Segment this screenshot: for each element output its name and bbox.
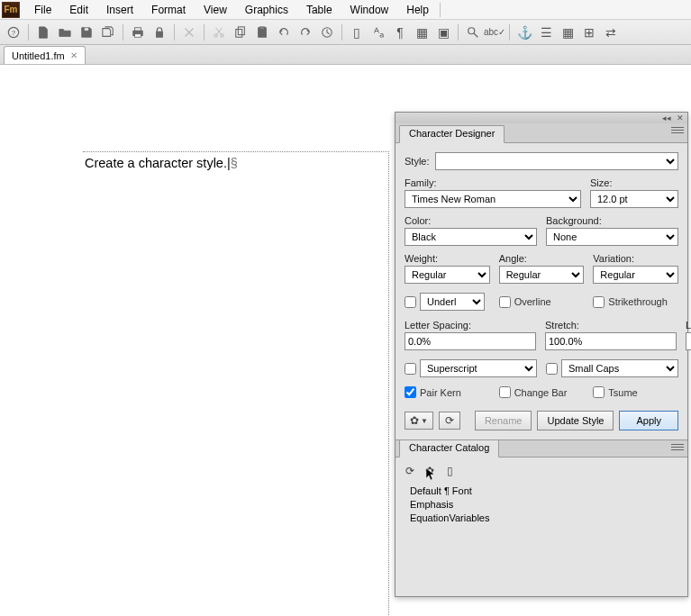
save-all-icon[interactable] — [98, 23, 118, 42]
catalog-refresh-icon[interactable]: ⟳ — [401, 463, 419, 479]
variation-select[interactable]: Regular — [593, 266, 678, 284]
redo-icon[interactable] — [295, 23, 315, 42]
menu-insert[interactable]: Insert — [97, 2, 142, 18]
close-panel-icon[interactable]: ✕ — [677, 113, 684, 122]
color-select[interactable]: Black — [405, 228, 537, 246]
rename-button[interactable]: Rename — [475, 411, 532, 430]
family-label: Family: — [405, 177, 581, 188]
lock-icon[interactable] — [150, 23, 169, 42]
menu-table[interactable]: Table — [297, 2, 341, 18]
refresh-button[interactable]: ⟳ — [439, 412, 460, 430]
pairkern-field[interactable]: Pair Kern — [405, 386, 490, 398]
character-format-icon[interactable]: ᴬₐ — [368, 23, 388, 42]
table-format-icon[interactable]: ▦ — [412, 23, 432, 42]
find-icon[interactable] — [463, 23, 483, 42]
document-text[interactable]: Create a character style.|§ — [85, 156, 238, 171]
help-icon[interactable]: ? — [4, 23, 23, 42]
svg-text:?: ? — [12, 28, 16, 36]
svg-point-13 — [468, 27, 475, 33]
new-file-icon[interactable] — [33, 23, 53, 42]
strikethrough-checkbox[interactable] — [593, 296, 605, 308]
borders-icon[interactable]: ▦ — [558, 23, 577, 42]
svg-rect-9 — [238, 26, 244, 34]
collapse-panel-icon[interactable]: ◂◂ — [662, 113, 671, 122]
family-select[interactable]: Times New Roman — [405, 190, 581, 208]
document-tab[interactable]: Untitled1.fm ✕ — [4, 46, 86, 64]
stretch-input[interactable] — [545, 332, 677, 350]
mouse-cursor-icon — [426, 468, 435, 481]
svg-rect-8 — [236, 29, 242, 37]
print-icon[interactable] — [128, 23, 148, 42]
anchor-frame-icon[interactable]: ▯ — [347, 23, 367, 42]
tsume-checkbox[interactable] — [593, 386, 605, 398]
svg-rect-5 — [157, 32, 163, 37]
delete-icon[interactable] — [179, 23, 199, 42]
style-select[interactable] — [435, 152, 678, 170]
overline-field[interactable]: Overline — [499, 296, 585, 308]
changebar-field[interactable]: Change Bar — [499, 386, 585, 398]
history-icon[interactable] — [317, 23, 337, 42]
changebar-checkbox[interactable] — [499, 386, 511, 398]
app-icon: Fm — [2, 2, 20, 18]
object-format-icon[interactable]: ▣ — [433, 23, 453, 42]
letterspacing-input[interactable] — [405, 332, 536, 350]
paste-icon[interactable] — [252, 23, 272, 42]
menu-format[interactable]: Format — [142, 2, 195, 18]
catalog-delete-icon[interactable]: ▯ — [441, 463, 459, 479]
smallcaps-checkbox[interactable] — [546, 363, 558, 375]
weight-select[interactable]: Regular — [405, 266, 490, 284]
menu-bar: Fm File Edit Insert Format View Graphics… — [0, 0, 691, 20]
marker-icon[interactable]: ⚓ — [514, 23, 534, 42]
copy-icon[interactable] — [231, 23, 250, 42]
overline-checkbox[interactable] — [499, 296, 511, 308]
size-select[interactable]: 12.0 pt — [590, 190, 678, 208]
pairkern-checkbox[interactable] — [405, 386, 416, 398]
paragraph-format-icon[interactable]: ¶ — [390, 23, 410, 42]
letterspacing-label: Letter Spacing: — [405, 320, 536, 331]
catalog-item[interactable]: Default ¶ Font — [410, 485, 682, 498]
angle-select[interactable]: Regular — [499, 266, 585, 284]
spellcheck-icon[interactable]: abc✓ — [485, 23, 505, 42]
background-label: Background: — [546, 215, 678, 226]
commands-menu-button[interactable]: ✿▼ — [405, 412, 433, 430]
toolbar: ? ▯ ᴬₐ ¶ ▦ ▣ abc✓ ⚓ ☰ ▦ ⊞ ⇄ — [0, 20, 691, 45]
tab-character-designer[interactable]: Character Designer — [399, 125, 505, 143]
menu-edit[interactable]: Edit — [60, 2, 97, 18]
catalog-item[interactable]: Emphasis — [410, 498, 682, 512]
strikethrough-label: Strikethrough — [608, 296, 667, 307]
cut-icon[interactable] — [209, 23, 229, 42]
tsume-field[interactable]: Tsume — [593, 386, 678, 398]
strikethrough-field[interactable]: Strikethrough — [593, 296, 678, 308]
close-tab-icon[interactable]: ✕ — [70, 50, 77, 60]
pilcrow-icon: § — [231, 156, 238, 170]
language-label: Language: — [686, 320, 691, 331]
tab-character-catalog[interactable]: Character Catalog — [399, 439, 499, 457]
grid-icon[interactable]: ⊞ — [579, 23, 599, 42]
style-label: Style: — [405, 156, 430, 167]
weight-label: Weight: — [405, 253, 490, 264]
undo-icon[interactable] — [274, 23, 294, 42]
update-style-button[interactable]: Update Style — [537, 411, 614, 430]
language-select[interactable]: English (US) — [686, 332, 691, 350]
apply-button[interactable]: Apply — [619, 411, 678, 430]
superscript-select[interactable]: Superscript — [420, 359, 537, 377]
menu-window[interactable]: Window — [341, 2, 398, 18]
symbols-icon[interactable]: ☰ — [536, 23, 556, 42]
catalog-menu-icon[interactable] — [671, 444, 684, 453]
superscript-checkbox[interactable] — [405, 363, 416, 375]
underline-checkbox[interactable] — [405, 296, 416, 308]
open-folder-icon[interactable] — [55, 23, 75, 42]
panel-menu-icon[interactable] — [671, 127, 684, 136]
menu-file[interactable]: File — [25, 2, 60, 18]
catalog-item[interactable]: EquationVariables — [410, 512, 682, 525]
menu-view[interactable]: View — [195, 2, 236, 18]
smallcaps-select[interactable]: Small Caps — [561, 359, 678, 377]
variation-label: Variation: — [593, 253, 678, 264]
menu-graphics[interactable]: Graphics — [236, 2, 297, 18]
background-select[interactable]: None — [546, 228, 678, 246]
save-icon[interactable] — [77, 23, 96, 42]
menu-help[interactable]: Help — [397, 2, 438, 18]
catalog-options-icon[interactable]: ✿ — [421, 463, 439, 479]
options-icon[interactable]: ⇄ — [601, 23, 621, 42]
underline-select[interactable]: Underline — [420, 293, 485, 311]
